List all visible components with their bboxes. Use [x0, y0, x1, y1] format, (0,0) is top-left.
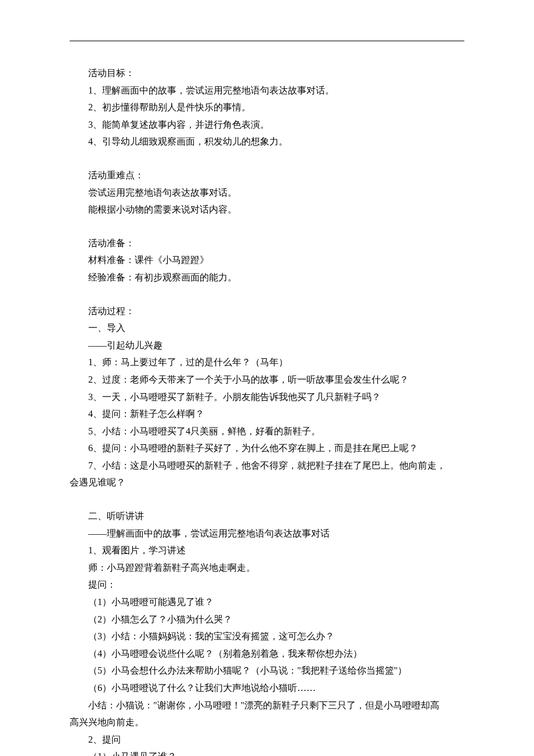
document-page: 活动目标： 1、理解画面中的故事，尝试运用完整地语句表达故事对话。 2、初步懂得…	[0, 0, 534, 756]
process-part1-item: 5、小结：小马噔噔买了4只美丽，鲜艳，好看的新鞋子。	[70, 423, 464, 440]
goal-item: 3、能简单复述故事内容，并进行角色表演。	[70, 116, 464, 134]
process-part2-block: 二、听听讲讲 ——理解画面中的故事，尝试运用完整地语句表达故事对话 1、观看图片…	[70, 507, 464, 756]
process-part1-item: 6、提问：小马噔噔的新鞋子买好了，为什么他不穿在脚上，而是挂在尾巴上呢？	[70, 440, 464, 457]
process-title: 活动过程：	[70, 303, 464, 320]
process-part1-item7-line2: 会遇见谁呢？	[70, 474, 464, 491]
prepare-block: 活动准备： 材料准备：课件《小马蹬蹬》 经验准备：有初步观察画面的能力。	[70, 235, 464, 286]
process-part1-item: 1、师：马上要过年了，过的是什么年？（马年）	[70, 354, 464, 371]
goals-title: 活动目标：	[70, 64, 464, 82]
process-part2-subheading: ——理解画面中的故事，尝试运用完整地语句表达故事对话	[70, 525, 464, 542]
subpart2-title: 2、提问	[70, 731, 464, 748]
process-part1-heading: 一、导入	[70, 319, 464, 337]
subpart1-questions-label: 提问：	[70, 576, 464, 593]
subpart1-teacher: 师：小马蹬蹬背着新鞋子高兴地走啊走。	[70, 559, 464, 577]
top-rule	[70, 41, 464, 41]
prepare-line: 经验准备：有初步观察画面的能力。	[70, 269, 464, 286]
subpart1-question: （4）小马噔噔会说些什么呢？（别着急别着急，我来帮你想办法）	[70, 645, 464, 663]
subpart1-question: （3）小结：小猫妈妈说：我的宝宝没有摇篮，这可怎么办？	[70, 628, 464, 645]
goal-item: 2、初步懂得帮助别人是件快乐的事情。	[70, 99, 464, 116]
subpart1-question: （5）小马会想什么办法来帮助小猫呢？（小马说："我把鞋子送给你当摇篮"）	[70, 662, 464, 679]
process-part1-subheading: ——引起幼儿兴趣	[70, 337, 464, 354]
process-part2-heading: 二、听听讲讲	[70, 507, 464, 525]
difficulty-line: 能根据小动物的需要来说对话内容。	[70, 201, 464, 218]
subpart1-question: （6）小马噔噔说了什么？让我们大声地说给小猫听……	[70, 679, 464, 697]
process-block: 活动过程： 一、导入 ——引起幼儿兴趣 1、师：马上要过年了，过的是什么年？（马…	[70, 303, 464, 492]
process-part1-item: 3、一天，小马噔噔买了新鞋子。小朋友能告诉我他买了几只新鞋子吗？	[70, 388, 464, 406]
difficulty-title: 活动重难点：	[70, 167, 464, 184]
goal-item: 1、理解画面中的故事，尝试运用完整地语句表达故事对话。	[70, 82, 464, 99]
subpart1-summary-line1: 小结：小猫说："谢谢你，小马噔噔！"漂亮的新鞋子只剩下三只了，但是小马噔噔却高	[70, 697, 464, 714]
process-part1-item: 2、过度：老师今天带来了一个关于小马的故事，听一听故事里会发生什么呢？	[70, 371, 464, 388]
subpart2-question: （1）小马遇见了谁？	[70, 748, 464, 756]
goals-block: 活动目标： 1、理解画面中的故事，尝试运用完整地语句表达故事对话。 2、初步懂得…	[70, 64, 464, 150]
prepare-line: 材料准备：课件《小马蹬蹬》	[70, 251, 464, 269]
subpart1-question: （2）小猫怎么了？小猫为什么哭？	[70, 611, 464, 628]
goal-item: 4、引导幼儿细致观察画面，积发幼儿的想象力。	[70, 133, 464, 150]
prepare-title: 活动准备：	[70, 235, 464, 252]
process-part1-item: 4、提问：新鞋子怎么样啊？	[70, 405, 464, 423]
difficulty-line: 尝试运用完整地语句表达故事对话。	[70, 184, 464, 201]
subpart1-question: （1）小马噔噔可能遇见了谁？	[70, 593, 464, 611]
subpart1-title: 1、观看图片，学习讲述	[70, 542, 464, 559]
difficulty-block: 活动重难点： 尝试运用完整地语句表达故事对话。 能根据小动物的需要来说对话内容。	[70, 167, 464, 218]
process-part1-item7-line1: 7、小结：这是小马噔噔买的新鞋子，他舍不得穿，就把鞋子挂在了尾巴上。他向前走，	[70, 457, 464, 474]
subpart1-summary-line2: 高兴兴地向前走。	[70, 714, 464, 731]
